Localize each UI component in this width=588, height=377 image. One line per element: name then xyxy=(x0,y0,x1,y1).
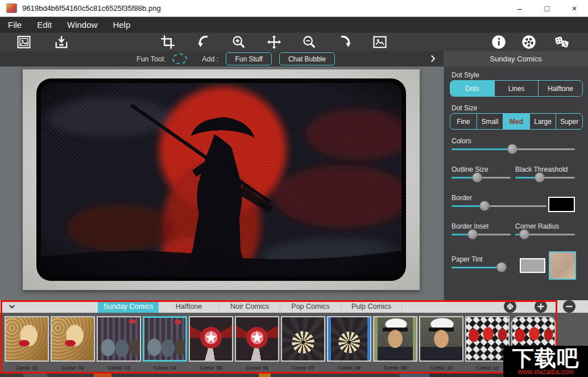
thumbnail-comic-03[interactable] xyxy=(97,316,141,362)
dot-style-option-halftone[interactable]: Halftone xyxy=(538,81,582,96)
colors-slider[interactable] xyxy=(452,144,575,154)
thumbnail-label: Comic 01 xyxy=(3,364,50,371)
window-controls: –□× xyxy=(506,0,588,16)
dot-style-option-lines[interactable]: Lines xyxy=(494,81,539,96)
border-slider-thumb[interactable] xyxy=(479,201,490,211)
thumbnail-label: Comic 09 xyxy=(372,364,419,371)
thumbnail-comic-01[interactable] xyxy=(5,316,49,362)
background-strip xyxy=(0,374,588,377)
chat-bubble-button[interactable]: Chat Bubble xyxy=(279,52,335,65)
thumbnail-comic-07[interactable] xyxy=(281,316,325,362)
thumbnail-label: Comic 05 xyxy=(188,364,234,371)
rotate-right-icon[interactable] xyxy=(337,34,353,50)
thumbnail-comic-04[interactable] xyxy=(143,316,187,362)
menu-item-help[interactable]: Help xyxy=(113,20,130,30)
menu-item-file[interactable]: File xyxy=(8,20,22,30)
zoom-in-icon[interactable] xyxy=(231,34,247,50)
thumbnail-label: Comic 07 xyxy=(280,364,326,371)
preset-tab-bar: Sunday ComicsHalftoneNoir ComicsPop Comi… xyxy=(0,300,588,313)
thumbnail-label: Comic 02 xyxy=(49,364,96,371)
thumbnail-label: Comic 10 xyxy=(418,364,465,371)
preset-section: Sunday ComicsHalftoneNoir ComicsPop Comi… xyxy=(0,300,588,377)
thumbnail-comic-06[interactable] xyxy=(235,316,279,362)
dot-size-label: Dot Size xyxy=(452,104,477,112)
thumbnail-label: Comic 03 xyxy=(96,364,142,371)
tab-halftone[interactable]: Halftone xyxy=(159,300,220,313)
border-color-swatch[interactable] xyxy=(548,197,575,212)
zoom-out-icon[interactable] xyxy=(301,34,317,50)
menu-item-edit[interactable]: Edit xyxy=(37,20,52,30)
app-icon xyxy=(6,3,17,13)
thumbnail-comic-10[interactable] xyxy=(419,316,463,362)
info-icon[interactable] xyxy=(491,34,507,50)
tab-sunday-comics[interactable]: Sunday Comics xyxy=(98,300,159,313)
open-image-icon[interactable] xyxy=(16,34,32,50)
tab-pop-comics[interactable]: Pop Comics xyxy=(280,300,341,313)
panel-title: Sunday Comics xyxy=(444,51,588,67)
dot-size-option-med[interactable]: Med xyxy=(503,114,529,129)
paper-tint-swatch[interactable] xyxy=(520,258,545,273)
thumbnail-comic-05[interactable] xyxy=(189,316,233,362)
thumbnail-label: Comic 04 xyxy=(142,364,188,371)
border-inset-slider-thumb[interactable] xyxy=(467,229,478,239)
move-icon[interactable] xyxy=(266,34,282,50)
border-inset-slider[interactable] xyxy=(452,229,511,239)
adjust-image-icon[interactable] xyxy=(372,34,388,50)
app-window: 9619bd4b6f54160c5c81c6525f35f88b.png –□×… xyxy=(0,0,588,377)
window-title: 9619bd4b6f54160c5c81c6525f35f88b.png xyxy=(22,4,161,13)
close-button[interactable]: × xyxy=(561,0,588,16)
fun-tool-shape-icon[interactable] xyxy=(172,53,187,64)
watermark: 下载吧 www.xiazaiba.com xyxy=(503,346,588,377)
menu-bar: FileEditWindowHelp xyxy=(0,17,588,32)
thumbnail-comic-09[interactable] xyxy=(373,316,417,362)
thumbnail-comic-08[interactable] xyxy=(327,316,371,362)
toolbar xyxy=(0,32,588,51)
settings-icon[interactable] xyxy=(521,34,537,50)
save-icon[interactable] xyxy=(53,34,69,50)
tab-pulp-comics[interactable]: Pulp Comics xyxy=(341,300,402,313)
rotate-left-icon[interactable] xyxy=(196,34,212,50)
outline-size-slider[interactable] xyxy=(452,172,511,183)
settings-panel: Dot StyleDotsLinesHalftoneDot SizeFineSm… xyxy=(444,67,588,300)
outline-size-slider-thumb[interactable] xyxy=(472,172,482,183)
dot-style-option-dots[interactable]: Dots xyxy=(450,81,494,96)
chevron-right-icon[interactable] xyxy=(428,53,438,64)
border-slider[interactable] xyxy=(452,201,546,211)
thumbnail-strip: Comic 01Comic 02Comic 03Comic 04Comic 05… xyxy=(0,313,588,374)
colors-slider-fill xyxy=(452,148,512,150)
crop-icon[interactable] xyxy=(160,34,176,50)
watermark-url: www.xiazaiba.com xyxy=(517,368,574,376)
add-label: Add : xyxy=(202,55,218,63)
dot-style: DotsLinesHalftone xyxy=(450,80,583,97)
fun-tool-label: Fun Tool: xyxy=(136,55,165,63)
random-dice-icon[interactable] xyxy=(554,34,570,50)
dot-size-option-super[interactable]: Super xyxy=(556,114,582,129)
thumbnail-comic-02[interactable] xyxy=(51,316,95,362)
fun-tool-bar: Fun Tool: Add : Fun StuffChat Bubble xyxy=(0,51,444,67)
title-bar: 9619bd4b6f54160c5c81c6525f35f88b.png –□× xyxy=(0,0,588,17)
fun-stuff-button[interactable]: Fun Stuff xyxy=(226,52,271,65)
colors-slider-thumb[interactable] xyxy=(507,144,517,154)
add-preset-button[interactable] xyxy=(535,300,547,313)
dot-size-option-small[interactable]: Small xyxy=(477,114,503,129)
minimize-button[interactable]: – xyxy=(506,0,533,16)
menu-item-window[interactable]: Window xyxy=(67,20,97,30)
dot-size-option-fine[interactable]: Fine xyxy=(450,114,477,129)
corner-radius-slider[interactable] xyxy=(515,229,575,239)
maximize-button[interactable]: □ xyxy=(533,0,561,16)
black-threshold-slider-thumb[interactable] xyxy=(535,172,545,183)
photo-frame[interactable] xyxy=(23,69,420,290)
black-threshold-slider[interactable] xyxy=(515,172,575,183)
dot-size-option-large[interactable]: Large xyxy=(529,114,556,129)
paper-tint-slider-thumb[interactable] xyxy=(496,262,507,272)
chevron-down-icon[interactable] xyxy=(7,301,17,312)
edited-image[interactable] xyxy=(41,83,401,276)
watermark-title: 下载吧 xyxy=(512,347,579,369)
random-preset-button[interactable] xyxy=(504,300,516,313)
remove-preset-button[interactable] xyxy=(563,300,575,313)
paper-texture-preview[interactable] xyxy=(549,251,576,280)
tab-noir-comics[interactable]: Noir Comics xyxy=(220,300,280,313)
paper-tint-slider[interactable] xyxy=(452,262,507,272)
plus-icon xyxy=(535,300,547,313)
corner-radius-slider-thumb[interactable] xyxy=(519,229,529,239)
